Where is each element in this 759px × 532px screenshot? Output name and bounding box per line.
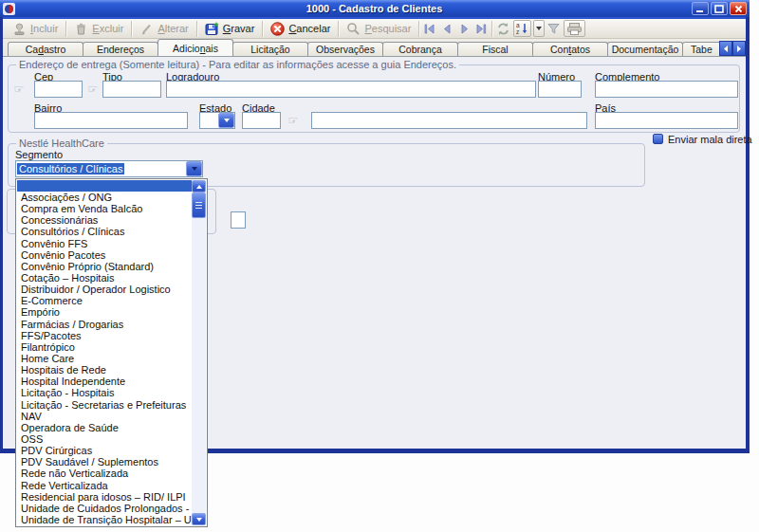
segmento-combo[interactable]: Consultórios / Clínicas xyxy=(15,160,203,177)
list-item[interactable]: Convênio Pacotes xyxy=(17,249,193,261)
list-item[interactable]: Licitação - Secretarias e Prefeituras xyxy=(17,399,193,411)
minimize-icon xyxy=(695,5,705,12)
tab-contatos[interactable]: Contatos xyxy=(532,42,608,56)
print-button[interactable] xyxy=(564,20,585,37)
pesquisar-label: Pesquisar xyxy=(364,23,411,34)
cep-browse-button[interactable]: ☞ xyxy=(10,81,28,98)
list-item[interactable]: Consultórios / Clínicas xyxy=(17,226,193,237)
pesquisar-button[interactable]: Pesquisar xyxy=(341,20,417,38)
hand-pointer-icon: ☞ xyxy=(88,83,99,96)
list-item[interactable]: Residencial para idosos – RID/ ILPI xyxy=(17,491,193,503)
list-item[interactable]: Licitação - Hospitais xyxy=(17,387,193,398)
alterar-label: Alterar xyxy=(157,23,188,34)
list-item[interactable]: Hospital Independente xyxy=(17,376,193,387)
nav-next-icon xyxy=(458,23,471,35)
nav-first-button[interactable] xyxy=(421,20,438,37)
endereco-entrega-caption: Endereço de entrega (Somente leitura) - … xyxy=(16,59,459,70)
title-bar[interactable]: 1000 - Cadastro de Clientes xyxy=(0,0,750,17)
dropdown-scrollbar[interactable] xyxy=(192,180,206,525)
thumb-grip-icon xyxy=(195,208,202,209)
sort-az-icon: az xyxy=(516,22,528,35)
nav-prior-button[interactable] xyxy=(438,20,455,37)
tipo-browse-button[interactable]: ☞ xyxy=(84,81,102,98)
bairro-input[interactable] xyxy=(34,112,188,129)
cidade-browse-button[interactable]: ☞ xyxy=(285,112,302,129)
list-item[interactable]: Convênio Próprio (Standard) xyxy=(17,261,193,272)
tab-observacoes[interactable]: Observações xyxy=(307,42,383,56)
tab-fiscal[interactable]: Fiscal xyxy=(457,42,533,56)
scroll-up-button[interactable] xyxy=(192,180,206,193)
gravar-label: Gravar xyxy=(223,23,255,34)
enviar-mala-direta-checkbox[interactable] xyxy=(653,134,663,144)
complemento-input[interactable] xyxy=(595,81,738,98)
pais-input[interactable] xyxy=(595,112,738,129)
list-item[interactable]: NAV xyxy=(17,411,193,422)
excluir-button[interactable]: Excluir xyxy=(68,20,129,38)
tab-cobranca[interactable]: Cobrança xyxy=(382,42,458,56)
numero-input[interactable] xyxy=(538,81,582,98)
tab-enderecos[interactable]: Endereços xyxy=(83,42,158,56)
cep-input[interactable] xyxy=(34,81,83,98)
list-item[interactable]: OSS xyxy=(17,433,193,445)
list-item[interactable]: Empório xyxy=(17,306,193,318)
tab-licitacao[interactable]: Licitação xyxy=(232,42,308,56)
tab-adicionais[interactable]: Adicionais xyxy=(157,39,233,56)
filter-button[interactable] xyxy=(545,20,562,37)
tab-cadastro[interactable]: Cadastro xyxy=(8,42,83,56)
cancelar-button[interactable]: Cancelar xyxy=(265,20,336,38)
list-item[interactable]: Rede não Verticalizada xyxy=(17,468,193,479)
estado-dropdown-button[interactable] xyxy=(218,113,234,128)
maximize-icon xyxy=(714,5,724,13)
list-item[interactable]: Hospitais de Rede xyxy=(17,364,193,376)
toolbar-separator xyxy=(262,21,263,37)
scrollbar-thumb[interactable] xyxy=(192,193,206,218)
list-item[interactable]: PDV Cirúrgicas xyxy=(17,445,193,456)
list-item[interactable]: Home Care xyxy=(17,353,193,364)
list-item[interactable]: Distribuidor / Operador Logistico xyxy=(17,284,193,295)
list-item[interactable]: Cotação – Hospitais xyxy=(17,272,193,284)
segmento-dropdown-button[interactable] xyxy=(186,161,202,176)
list-item[interactable]: Concessionárias xyxy=(17,214,193,226)
refresh-button[interactable] xyxy=(494,20,511,37)
gravar-button[interactable]: Gravar xyxy=(199,20,261,38)
hidden-small-input[interactable] xyxy=(231,211,246,229)
alterar-button[interactable]: Alterar xyxy=(134,20,194,38)
trash-icon xyxy=(74,22,88,36)
list-item[interactable]: Farmácias / Drogarias xyxy=(17,319,193,330)
list-item[interactable]: E-Commerce xyxy=(17,295,193,306)
list-item[interactable]: Convênio FFS xyxy=(17,238,193,249)
sort-dropdown-button[interactable] xyxy=(533,20,545,37)
list-item[interactable]: Associações / ONG xyxy=(17,192,193,203)
logradouro-input[interactable] xyxy=(166,81,536,98)
nav-last-button[interactable] xyxy=(472,20,490,37)
toolbar-separator xyxy=(418,21,419,37)
list-item[interactable]: Rede Verticalizada xyxy=(17,480,193,491)
list-item[interactable]: PDV Saudável / Suplementos xyxy=(17,456,193,468)
list-item[interactable]: FFS/Pacotes xyxy=(17,330,193,341)
sort-button[interactable]: az xyxy=(513,20,531,37)
segmento-dropdown-list: Associações / ONG Compra em Venda Balcão… xyxy=(15,178,208,527)
nav-prior-icon xyxy=(441,23,454,35)
cancelar-label: Cancelar xyxy=(288,23,330,34)
scroll-down-button[interactable] xyxy=(192,513,206,525)
list-item[interactable]: Unidade de Cuidados Prolongados - UCP xyxy=(17,503,193,514)
minimize-button[interactable] xyxy=(692,2,709,15)
cidade-code-input[interactable] xyxy=(242,112,281,129)
nav-next-button[interactable] xyxy=(455,20,472,37)
list-item[interactable]: Filantrópico xyxy=(17,341,193,353)
tab-scroll-right-button[interactable] xyxy=(732,41,746,56)
cidade-input[interactable] xyxy=(311,112,587,129)
close-button[interactable] xyxy=(730,2,747,15)
tab-scroll-left-button[interactable] xyxy=(719,41,732,56)
nav-first-icon xyxy=(423,23,436,35)
list-item[interactable]: Unidade de Transição Hospitalar – UTH xyxy=(17,514,193,525)
incluir-button[interactable]: Incluir xyxy=(7,20,64,38)
toolbar: Incluir Excluir Alterar Gravar Cancelar … xyxy=(3,17,746,39)
estado-combo[interactable] xyxy=(199,112,235,129)
dropdown-highlighted-row[interactable] xyxy=(17,180,193,192)
list-item[interactable]: Compra em Venda Balcão xyxy=(17,203,193,214)
tab-documentacao[interactable]: Documentação xyxy=(607,42,683,56)
tipo-input[interactable] xyxy=(102,81,161,98)
list-item[interactable]: Operadora de Saúde xyxy=(17,422,193,433)
maximize-button[interactable] xyxy=(711,2,728,15)
